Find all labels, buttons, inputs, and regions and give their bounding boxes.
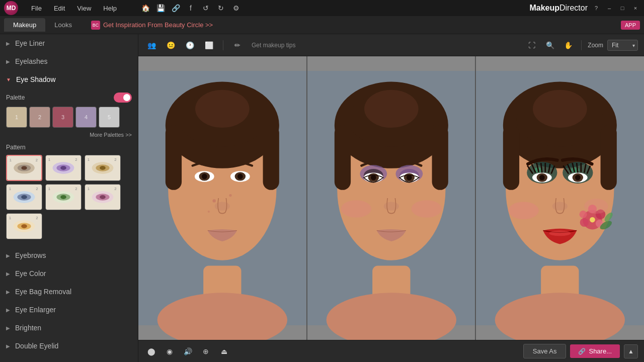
tab-makeup[interactable]: Makeup (4, 18, 45, 32)
svg-text:2: 2 (75, 187, 77, 191)
pattern-6[interactable]: 1 2 (85, 184, 121, 210)
sidebar-item-eye-color[interactable]: ▶ Eye Color (0, 264, 138, 283)
face-svg-1 (138, 56, 306, 340)
pattern-2[interactable]: 1 2 (45, 155, 82, 181)
save-icon[interactable]: 💾 (155, 3, 166, 14)
pan-icon[interactable]: ✋ (561, 38, 575, 52)
toolbar-divider (223, 40, 223, 50)
close-button[interactable]: × (631, 4, 640, 13)
audio-button[interactable]: 🔊 (181, 344, 195, 358)
svg-point-76 (371, 175, 376, 180)
chevron-right-icon: ▶ (6, 325, 10, 331)
brush-icon[interactable]: ✏ (230, 38, 245, 52)
home-icon[interactable]: 🏠 (140, 3, 151, 14)
pattern-3[interactable]: 1 2 (85, 155, 121, 181)
share-button[interactable]: 🔗 Share... (570, 344, 620, 358)
svg-point-128 (549, 231, 571, 236)
svg-point-126 (585, 199, 608, 214)
sidebar-item-label: Eye Shadow (16, 75, 56, 83)
sidebar-item-label: Eyebrows (15, 251, 46, 259)
face-svg-2 (307, 56, 475, 340)
menu-file[interactable]: File (26, 3, 47, 14)
swatch-4[interactable]: 4 (75, 107, 97, 128)
svg-point-101 (575, 175, 581, 180)
svg-point-39 (21, 224, 27, 228)
pattern-5[interactable]: 1 2 (45, 184, 82, 210)
settings-icon[interactable]: ⚙ (230, 3, 242, 14)
facebook-icon[interactable]: f (185, 3, 196, 14)
export-button[interactable]: ⏏ (217, 344, 231, 358)
circle-button[interactable]: ⬤ (144, 344, 158, 358)
sidebar-item-label: Eyelashes (15, 57, 48, 65)
sidebar-item-eyelashes[interactable]: ▶ Eyelashes (0, 52, 138, 70)
face-icon[interactable]: 😐 (164, 38, 178, 52)
sidebar-item-brighten[interactable]: ▶ Brighten (0, 319, 138, 337)
crop-icon[interactable]: ⬜ (202, 38, 216, 52)
zoom-select[interactable]: Fit 25% 50% 75% 100% 150% 200% (607, 40, 638, 51)
svg-point-127 (552, 202, 568, 211)
search-icon[interactable]: 🔍 (543, 38, 557, 52)
svg-point-57 (215, 202, 230, 211)
palette-label: Palette (6, 94, 25, 101)
compare-button[interactable]: ◉ (163, 344, 177, 358)
adjust-button[interactable]: ⊕ (199, 344, 213, 358)
svg-point-122 (590, 217, 595, 223)
minimize-button[interactable]: – (605, 4, 614, 13)
swatch-2[interactable]: 2 (29, 107, 50, 128)
help-button[interactable]: ? (592, 4, 601, 13)
palette-toggle[interactable] (114, 93, 132, 103)
redo-icon[interactable]: ↻ (215, 3, 226, 14)
chevron-right-icon: ▶ (6, 271, 10, 277)
app-title: MakeupDirector (529, 4, 588, 13)
tab-looks[interactable]: Looks (45, 18, 81, 32)
svg-point-58 (212, 199, 215, 202)
bb-right: Save As 🔗 Share... ▲ (523, 344, 638, 358)
app-badge[interactable]: APP (621, 21, 640, 30)
svg-point-33 (100, 195, 106, 199)
people-icon[interactable]: 👥 (144, 38, 158, 52)
content-toolbar: 👥 😐 🕐 ⬜ ✏ Get makeup tips ⛶ 🔍 ✋ Zoom Fit… (138, 34, 644, 56)
toolbar-icons: 🏠 💾 🔗 f ↺ ↻ ⚙ (140, 3, 242, 14)
sidebar-item-eye-liner[interactable]: ▶ Eye Liner (0, 34, 138, 52)
svg-point-15 (100, 166, 106, 170)
svg-rect-48 (263, 125, 279, 190)
makeup-tips[interactable]: Get makeup tips (252, 42, 295, 49)
image-canvas[interactable] (138, 56, 644, 340)
chevron-right-icon: ▶ (6, 59, 10, 64)
beauty-circle-banner[interactable]: BC Get Inspiration From Beauty Circle >> (91, 21, 213, 30)
svg-text:2: 2 (75, 157, 77, 162)
pattern-1[interactable]: 1 2 (6, 155, 42, 181)
menu-bar: File Edit View Help (26, 3, 122, 14)
sidebar-item-eye-enlarger[interactable]: ▶ Eye Enlarger (0, 301, 138, 319)
maximize-button[interactable]: □ (618, 4, 627, 13)
svg-text:1: 1 (10, 158, 12, 162)
save-as-button[interactable]: Save As (523, 344, 567, 358)
fullscreen-icon[interactable]: ⛶ (525, 38, 539, 52)
swatch-3[interactable]: 3 (52, 107, 73, 128)
svg-rect-67 (432, 125, 448, 190)
svg-rect-66 (334, 125, 350, 190)
swatch-5[interactable]: 5 (99, 107, 120, 128)
pattern-7[interactable]: 1 2 (6, 213, 42, 239)
sidebar-item-eye-shadow[interactable]: ▼ Eye Shadow (0, 70, 138, 88)
menu-edit[interactable]: Edit (49, 3, 70, 14)
svg-text:2: 2 (114, 157, 116, 162)
more-palettes-link[interactable]: More Palettes >> (0, 130, 138, 140)
history-icon[interactable]: 🕐 (183, 38, 197, 52)
sidebar-item-eye-bag-removal[interactable]: ▶ Eye Bag Removal (0, 283, 138, 301)
pattern-4[interactable]: 1 2 (6, 184, 42, 210)
sidebar-item-label: Eye Bag Removal (15, 288, 71, 296)
face-comparison (138, 56, 644, 340)
undo-icon[interactable]: ↺ (200, 3, 211, 14)
menu-help[interactable]: Help (98, 3, 122, 14)
share-label: Share... (589, 347, 612, 355)
chevron-right-icon: ▶ (6, 289, 10, 295)
eye-shadow-section: Palette 1 2 3 4 5 More Palettes >> Patte… (0, 88, 138, 246)
link-icon[interactable]: 🔗 (170, 3, 181, 14)
menu-view[interactable]: View (72, 3, 96, 14)
sidebar-item-eyebrows[interactable]: ▶ Eyebrows (0, 246, 138, 264)
swatch-1[interactable]: 1 (6, 107, 27, 128)
chevron-right-icon: ▶ (6, 41, 10, 46)
expand-button[interactable]: ▲ (624, 344, 638, 358)
sidebar-item-double-eyelid[interactable]: ▶ Double Eyelid (0, 337, 138, 355)
